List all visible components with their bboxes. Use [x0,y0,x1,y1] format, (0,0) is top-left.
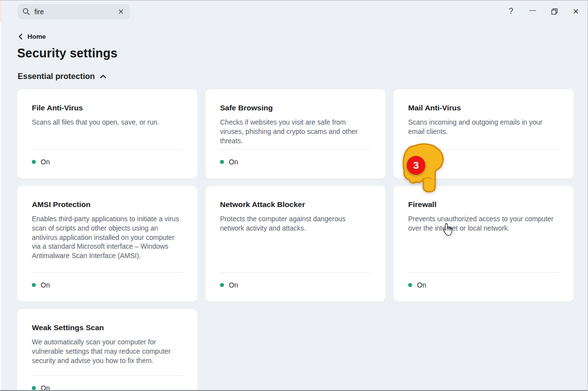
divider [408,272,559,273]
chevron-left-icon [19,33,23,40]
card-title: AMSI Protection [32,200,183,209]
breadcrumb-home[interactable]: Home [19,33,46,40]
status-label: On [417,158,426,166]
card-title: File Anti-Virus [32,103,183,112]
chevron-up-icon [100,75,106,78]
status-dot [408,160,412,164]
status-row: On [220,158,371,166]
app-window: ✕ ? — ✕ Home Security settings Essential… [0,0,588,391]
card-description: We automatically scan your computer for … [32,338,183,365]
status-label: On [417,281,426,289]
status-label: On [41,158,50,166]
search-icon [23,8,30,15]
status-label: On [41,384,50,391]
status-row: On [220,281,371,289]
status-row: On [408,281,559,289]
divider [32,272,183,273]
status-label: On [41,281,50,289]
status-row: On [32,384,183,391]
card-description: Checks if websites you visit are safe fr… [220,118,371,145]
status-row: On [32,158,183,166]
card-description: Prevents unauthorized access to your com… [408,214,559,233]
minimize-button[interactable]: — [522,0,543,22]
status-dot [32,283,36,287]
close-button[interactable]: ✕ [565,0,587,22]
page-title: Security settings [17,46,118,60]
divider [408,149,559,150]
search-input[interactable] [34,8,117,16]
card-mail-anti-virus[interactable]: Mail Anti-Virus Scans incoming and outgo… [393,89,574,179]
search-box[interactable]: ✕ [18,4,130,19]
breadcrumb-label: Home [27,33,46,40]
card-amsi-protection[interactable]: AMSI Protection Enables third-party appl… [17,186,197,302]
card-firewall[interactable]: Firewall Prevents unauthorized access to… [393,186,574,302]
restore-icon [551,8,558,15]
status-label: On [229,281,238,289]
divider [32,375,183,376]
help-button[interactable]: ? [500,0,522,22]
card-safe-browsing[interactable]: Safe Browsing Checks if websites you vis… [205,89,386,179]
card-description: Enables third-party applications to init… [32,214,183,260]
section-header-essential-protection[interactable]: Essential protection [18,72,106,81]
window-controls: ? — ✕ [500,0,587,22]
restore-button[interactable] [543,0,565,22]
card-weak-settings-scan[interactable]: Weak Settings Scan We automatically scan… [17,309,197,391]
card-description: Scans incoming and outgoing emails in yo… [408,118,559,136]
status-row: On [408,158,559,166]
card-title: Weak Settings Scan [32,323,183,332]
divider [220,272,371,273]
divider [220,149,371,150]
card-file-anti-virus[interactable]: File Anti-Virus Scans all files that you… [17,89,197,179]
background-window-edge [0,0,1,391]
cards-grid: File Anti-Virus Scans all files that you… [17,89,574,391]
status-dot [220,283,224,287]
status-label: On [229,158,238,166]
status-row: On [32,281,183,289]
card-title: Network Attack Blocker [220,200,371,209]
divider [32,149,183,150]
status-dot [32,160,36,164]
card-title: Safe Browsing [220,103,371,112]
card-title: Firewall [408,200,559,209]
card-network-attack-blocker[interactable]: Network Attack Blocker Protects the comp… [205,186,386,302]
card-title: Mail Anti-Virus [408,103,559,112]
status-dot [32,386,36,390]
status-dot [220,160,224,164]
card-description: Scans all files that you open, save, or … [32,118,183,127]
status-dot [408,283,412,287]
search-clear-icon[interactable]: ✕ [117,7,125,16]
card-description: Protects the computer against dangerous … [220,214,371,233]
section-title: Essential protection [18,72,95,81]
